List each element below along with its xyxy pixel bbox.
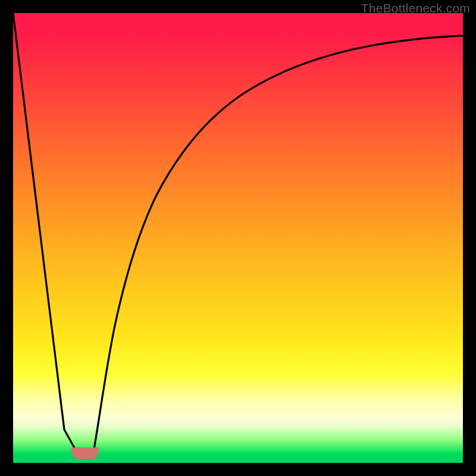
plot-area xyxy=(13,13,463,463)
curve-layer xyxy=(13,13,463,463)
curve-right xyxy=(93,36,463,456)
optimum-marker xyxy=(71,447,99,459)
watermark-text: TheBottleneck.com xyxy=(361,1,470,15)
chart-frame: TheBottleneck.com xyxy=(0,0,476,476)
curve-left xyxy=(13,13,79,455)
